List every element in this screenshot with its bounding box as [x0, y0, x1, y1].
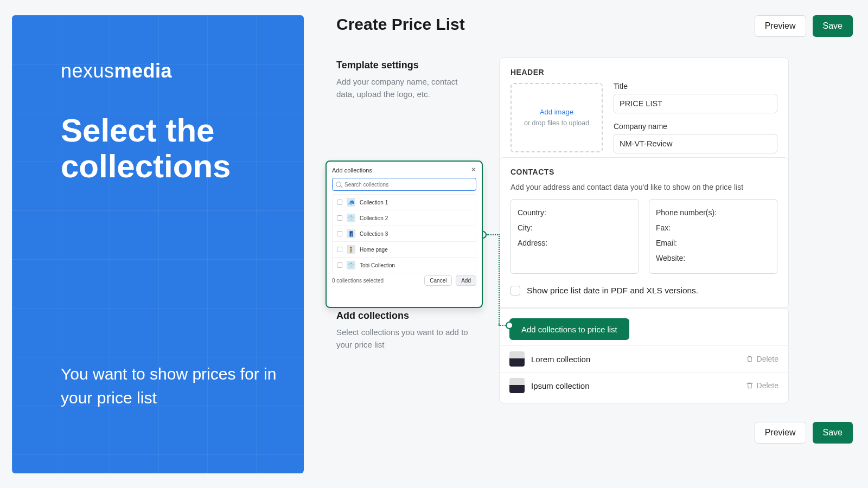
headline: Select the collections [61, 113, 304, 184]
item-thumb: 👖 [347, 229, 355, 238]
item-checkbox[interactable] [337, 262, 342, 268]
contacts-card: CONTACTS Add your address and contact da… [499, 157, 789, 308]
modal-list: 🧢 Collection 1 👕 Collection 2 👖 Collecti… [332, 194, 476, 273]
delete-button[interactable]: Delete [746, 381, 778, 390]
comm-box[interactable]: Phone number(s): Fax: Email: Website: [649, 199, 777, 274]
list-item[interactable]: 🧍 Home page [333, 241, 476, 257]
item-name: Collection 2 [360, 215, 388, 221]
list-item: Lorem collection Delete [500, 345, 788, 372]
selection-status: 0 collections selected [332, 278, 384, 284]
brand-light: nexus [61, 60, 114, 82]
add-image-link[interactable]: Add image [540, 107, 573, 117]
preview-button[interactable]: Preview [755, 15, 806, 37]
item-checkbox[interactable] [337, 247, 342, 252]
contacts-label: CONTACTS [510, 168, 777, 176]
item-thumb: 🧢 [347, 198, 355, 207]
header-card: HEADER Add image or drop files to upload… [499, 57, 789, 165]
close-icon[interactable]: ✕ [471, 166, 476, 174]
header-label: HEADER [510, 68, 777, 76]
add-collections-title: Add collections [336, 310, 477, 322]
add-collections-button[interactable]: Add collections to price list [509, 318, 629, 340]
connector-node [506, 322, 513, 329]
modal-title: Add collections [332, 167, 476, 174]
title-label: Title [614, 82, 777, 91]
item-name: Home page [360, 247, 388, 253]
modal-cancel-button[interactable]: Cancel [424, 275, 452, 286]
save-button[interactable]: Save [813, 422, 853, 444]
collection-name: Lorem collection [531, 355, 590, 364]
item-thumb: 🧍 [347, 245, 355, 254]
collection-thumb [509, 378, 525, 393]
save-button[interactable]: Save [813, 15, 853, 37]
brand-logo: nexusmedia [61, 60, 172, 82]
show-date-checkbox[interactable] [510, 286, 520, 296]
title-input[interactable] [614, 94, 777, 113]
add-collections-modal: Add collections ✕ 🧢 Collection 1 👕 Colle… [326, 160, 483, 308]
list-item[interactable]: 👕 Collection 2 [333, 210, 476, 226]
delete-label: Delete [757, 381, 778, 390]
show-date-label: Show price list date in PDF and XLS vers… [527, 286, 698, 296]
item-name: Collection 3 [360, 231, 388, 237]
item-thumb: 👕 [347, 261, 355, 269]
subheadline: You want to show prices for in your pric… [61, 362, 304, 409]
phone-field: Phone number(s): [656, 205, 770, 220]
fax-field: Fax: [656, 220, 770, 235]
address-field: Address: [518, 235, 632, 251]
contacts-desc: Add your address and contact data you'd … [510, 183, 777, 191]
template-settings-desc: Add your company name, contact data, upl… [336, 75, 477, 101]
item-name: Collection 1 [360, 200, 388, 206]
list-item: Ipsum collection Delete [500, 372, 788, 399]
trash-icon [746, 382, 754, 389]
delete-button[interactable]: Delete [746, 355, 778, 363]
template-settings-title: Template settings [336, 60, 477, 71]
item-thumb: 👕 [347, 214, 355, 222]
search-input[interactable] [332, 178, 476, 191]
modal-add-button[interactable]: Add [456, 275, 476, 286]
country-field: Country: [518, 205, 632, 220]
promo-panel: nexusmedia Select the collections You wa… [12, 15, 304, 473]
collection-thumb [509, 351, 525, 367]
upload-hint: or drop files to upload [524, 119, 589, 128]
email-field: Email: [656, 235, 770, 251]
item-checkbox[interactable] [337, 200, 342, 205]
search-icon [336, 182, 341, 187]
preview-button[interactable]: Preview [755, 422, 806, 444]
company-label: Company name [614, 122, 777, 131]
item-name: Tobi Collection [360, 262, 395, 268]
brand-bold: media [114, 60, 173, 82]
collection-name: Ipsum collection [531, 381, 590, 390]
delete-label: Delete [757, 355, 778, 363]
item-checkbox[interactable] [337, 231, 342, 236]
city-field: City: [518, 220, 632, 235]
list-item[interactable]: 👖 Collection 3 [333, 226, 476, 241]
company-input[interactable] [614, 134, 777, 153]
search-field[interactable] [344, 182, 473, 188]
connector-line [499, 234, 500, 325]
image-upload[interactable]: Add image or drop files to upload [510, 83, 603, 152]
website-field: Website: [656, 251, 770, 266]
list-item[interactable]: 👕 Tobi Collection [333, 257, 476, 273]
item-checkbox[interactable] [337, 215, 342, 221]
add-collections-desc: Select collections you want to add to yo… [336, 326, 477, 351]
list-item[interactable]: 🧢 Collection 1 [333, 195, 476, 210]
address-box[interactable]: Country: City: Address: [510, 199, 639, 274]
trash-icon [746, 355, 754, 363]
connector-line [487, 234, 500, 235]
collections-card: Add collections to price list Lorem coll… [499, 308, 789, 403]
